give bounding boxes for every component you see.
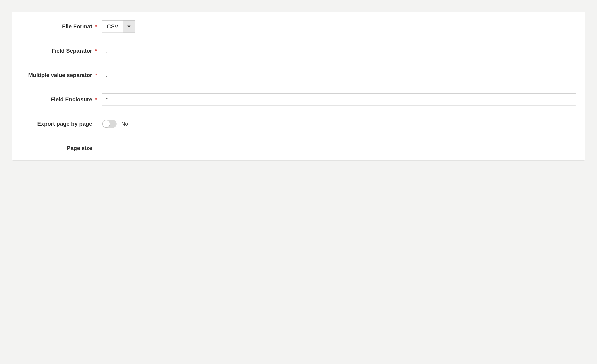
file-format-label: File Format (21, 23, 95, 30)
field-separator-label: Field Separator (21, 48, 95, 54)
export-page-by-page-label: Export page by page (21, 121, 95, 127)
export-page-by-page-toggle[interactable] (102, 120, 117, 128)
export-page-by-page-control: No (102, 120, 576, 128)
multiple-value-separator-label: Multiple value separator (21, 72, 95, 78)
multiple-value-separator-required-indicator: * (95, 72, 102, 78)
multiple-value-separator-input[interactable] (102, 69, 576, 81)
field-file-format: File Format * CSV (21, 20, 576, 33)
field-page-size: Page size (21, 142, 576, 154)
field-enclosure-label: Field Enclosure (21, 96, 95, 103)
export-page-by-page-state: No (121, 121, 128, 127)
export-settings-panel: File Format * CSV Field Separator * Mult… (12, 12, 585, 160)
file-format-select-handle[interactable] (123, 21, 135, 32)
field-enclosure-input[interactable] (102, 93, 576, 106)
page-size-input[interactable] (102, 142, 576, 154)
file-format-required-indicator: * (95, 24, 102, 29)
field-field-separator: Field Separator * (21, 45, 576, 57)
field-export-page-by-page: Export page by page No (21, 118, 576, 130)
field-field-enclosure: Field Enclosure * (21, 93, 576, 106)
toggle-knob (102, 120, 110, 127)
field-separator-required-indicator: * (95, 48, 102, 54)
page-size-label: Page size (21, 145, 95, 151)
field-separator-input[interactable] (102, 45, 576, 57)
file-format-select[interactable]: CSV (102, 20, 135, 33)
chevron-down-icon (127, 25, 131, 28)
file-format-select-value: CSV (102, 21, 123, 32)
field-enclosure-required-indicator: * (95, 97, 102, 102)
field-multiple-value-separator: Multiple value separator * (21, 69, 576, 81)
